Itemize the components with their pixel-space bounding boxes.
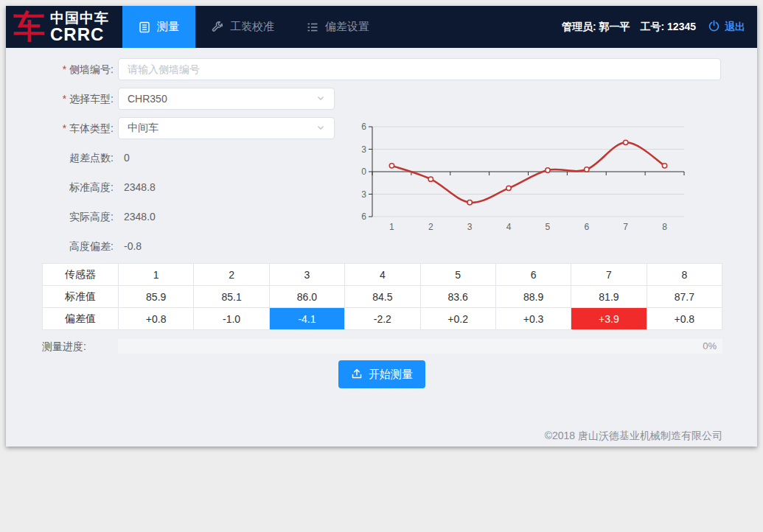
y-tick-label: 0	[361, 167, 366, 177]
admin-name: 管理员: 郭一平	[562, 21, 630, 34]
table-value-cell: 81.9	[571, 286, 647, 308]
x-tick-label: 5	[546, 222, 551, 232]
height-deviation-value: -0.8	[124, 239, 142, 253]
table-header-cell: 4	[345, 264, 420, 286]
table-value-cell: +3.9	[571, 308, 647, 330]
logout-button[interactable]: 退出	[708, 20, 745, 35]
x-tick-label: 6	[584, 222, 589, 232]
table-value-cell: +0.8	[119, 308, 194, 330]
sensor-table: 传感器12345678标准值85.985.186.084.583.688.981…	[42, 263, 722, 330]
model-select-value: CHR350	[128, 93, 167, 105]
sidewall-number-input[interactable]	[118, 58, 721, 80]
nav-tabs: 测量 工装校准 偏差设置	[122, 6, 386, 48]
table-value-cell: 85.9	[119, 286, 194, 308]
table-row-label: 偏差值	[43, 308, 119, 330]
table-header-cell: 8	[647, 264, 722, 286]
required-asterisk: *	[63, 122, 66, 134]
progress-bar: 0%	[118, 339, 722, 354]
standard-height-label: 标准高度:	[6, 180, 114, 195]
model-select-label: *选择车型:	[6, 88, 114, 110]
x-tick-label: 8	[662, 222, 667, 232]
table-value-cell: 84.5	[345, 286, 420, 308]
table-value-cell: 85.1	[194, 286, 269, 308]
table-value-cell: 87.7	[647, 286, 722, 308]
app-window: 车 中国中车 CRRC 测量	[6, 6, 757, 447]
data-point-marker	[389, 164, 394, 168]
table-value-cell: +0.8	[647, 308, 722, 330]
table-value-cell: 83.6	[420, 286, 495, 308]
y-tick-label: 6	[361, 122, 366, 132]
body-type-select[interactable]: 中间车	[118, 117, 335, 139]
brand-name-en: CRRC	[50, 26, 109, 43]
document-icon	[139, 21, 150, 33]
tab-tool-calibration-label: 工装校准	[230, 20, 274, 34]
height-deviation-label: 高度偏差:	[6, 239, 114, 253]
x-tick-label: 4	[506, 222, 512, 232]
tab-deviation-settings-label: 偏差设置	[325, 20, 369, 34]
top-navbar: 车 中国中车 CRRC 测量	[6, 6, 757, 48]
data-point-marker	[428, 177, 433, 181]
data-point-marker	[506, 186, 511, 190]
navbar-user-area: 管理员: 郭一平 工号: 12345 退出	[562, 6, 757, 48]
deviation-line-chart: 630-3-612345678	[361, 119, 693, 236]
chevron-down-icon	[316, 122, 325, 134]
table-header-cell: 传感器	[43, 264, 119, 286]
data-point-marker	[623, 140, 627, 144]
y-tick-label: 3	[361, 144, 366, 155]
tab-measure-label: 测量	[157, 20, 179, 34]
progress-label: 测量进度:	[42, 340, 86, 354]
table-row: 标准值85.985.186.084.583.688.981.987.7	[43, 286, 722, 308]
table-header-cell: 2	[194, 264, 269, 286]
table-header-cell: 1	[119, 264, 194, 286]
out-of-tolerance-count-label: 超差点数:	[6, 150, 114, 165]
x-tick-label: 7	[623, 222, 628, 232]
table-value-cell: +0.3	[495, 308, 571, 330]
tab-deviation-settings[interactable]: 偏差设置	[290, 6, 386, 48]
user-info: 管理员: 郭一平 工号: 12345	[562, 21, 696, 34]
model-select[interactable]: CHR350	[118, 88, 335, 110]
data-point-marker	[546, 168, 550, 172]
body-type-select-value: 中间车	[128, 122, 158, 135]
start-measure-label: 开始测量	[369, 368, 413, 382]
data-point-marker	[467, 200, 472, 204]
y-tick-label: -3	[361, 189, 366, 200]
x-tick-label: 3	[467, 222, 473, 232]
required-asterisk: *	[63, 63, 66, 75]
required-asterisk: *	[63, 93, 66, 105]
y-tick-label: -6	[361, 211, 366, 222]
wrench-icon	[212, 21, 223, 33]
out-of-tolerance-count-value: 0	[124, 150, 130, 165]
table-header-cell: 7	[571, 264, 647, 286]
crrc-emblem-icon: 车	[13, 11, 45, 43]
table-header-cell: 5	[420, 264, 495, 286]
table-row-label: 标准值	[43, 286, 119, 308]
actual-height-value: 2348.0	[124, 209, 156, 224]
data-point-marker	[662, 164, 666, 168]
actual-height-label: 实际高度:	[6, 209, 114, 224]
power-icon	[708, 20, 720, 35]
x-tick-label: 1	[389, 222, 394, 232]
data-point-marker	[585, 167, 589, 172]
main-content: *侧墙编号: *选择车型: CHR350 *车体类型: 中间车	[6, 48, 757, 447]
table-value-cell: 88.9	[495, 286, 571, 308]
table-value-cell: -1.0	[194, 308, 269, 330]
x-tick-label: 2	[428, 222, 433, 232]
table-header-cell: 3	[269, 264, 344, 286]
progress-percent: 0%	[703, 339, 717, 354]
brand-names: 中国中车 CRRC	[50, 10, 109, 43]
tab-measure[interactable]: 测量	[122, 6, 195, 48]
list-icon	[307, 21, 318, 33]
table-header-row: 传感器12345678	[43, 264, 722, 286]
tab-tool-calibration[interactable]: 工装校准	[195, 6, 290, 48]
brand-name-cn: 中国中车	[50, 10, 109, 26]
sidewall-number-label: *侧墙编号:	[6, 58, 114, 80]
brand-logo: 车 中国中车 CRRC	[6, 6, 122, 48]
table-value-cell: +0.2	[420, 308, 495, 330]
table-row: 偏差值+0.8-1.0-4.1-2.2+0.2+0.3+3.9+0.8	[43, 308, 722, 330]
table-value-cell: -2.2	[345, 308, 420, 330]
table-header-cell: 6	[495, 264, 571, 286]
upload-icon	[351, 368, 363, 382]
start-measure-button[interactable]: 开始测量	[338, 360, 425, 388]
worker-id: 工号: 12345	[641, 21, 697, 34]
body-type-label: *车体类型:	[6, 117, 114, 139]
